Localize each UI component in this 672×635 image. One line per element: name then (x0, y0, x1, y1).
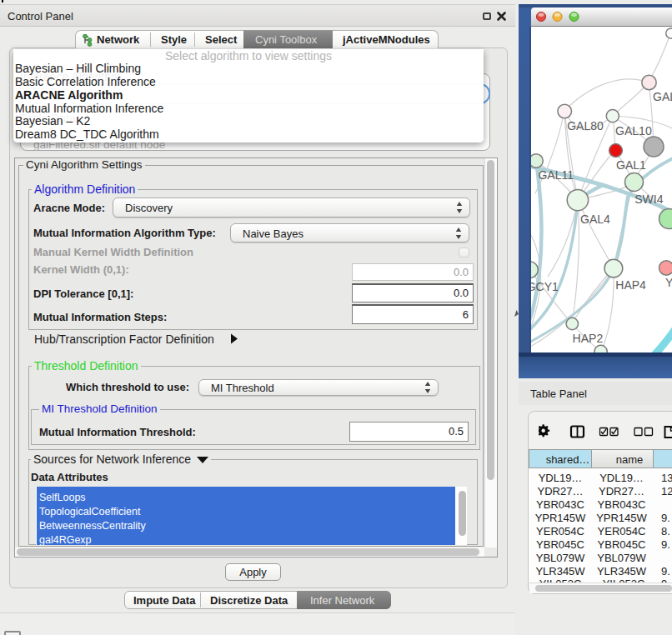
svg-text:GAL11: GAL11 (538, 168, 574, 182)
svg-text:GAL7: GAL7 (653, 90, 672, 103)
svg-text:GAL4: GAL4 (580, 212, 610, 226)
svg-text:SWI4: SWI4 (634, 192, 663, 206)
svg-text:HAP4: HAP4 (615, 278, 646, 292)
svg-text:GAL80: GAL80 (567, 119, 604, 132)
svg-text:GAL10: GAL10 (615, 124, 652, 138)
svg-text:GCY1: GCY1 (531, 280, 559, 293)
svg-text:GAL1: GAL1 (616, 158, 646, 172)
svg-text:YM: YM (665, 276, 672, 289)
svg-text:HAP2: HAP2 (573, 332, 604, 345)
